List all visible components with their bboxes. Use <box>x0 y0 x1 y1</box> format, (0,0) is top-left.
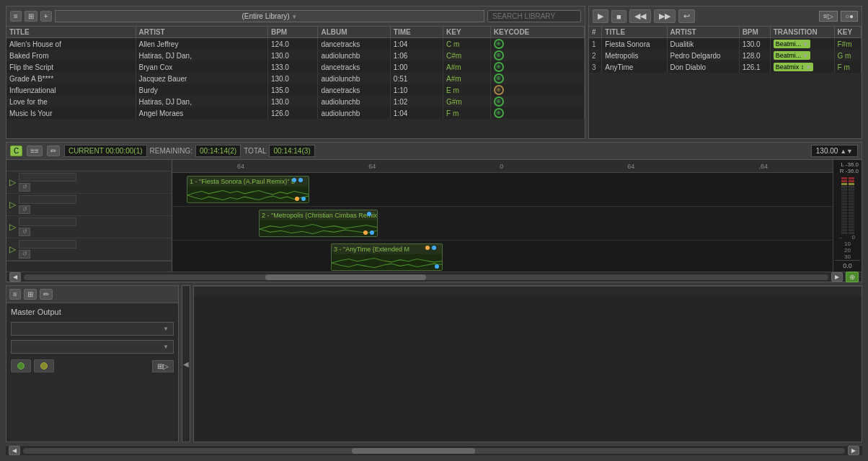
prev-button[interactable]: ◀◀ <box>629 9 651 23</box>
dot-7 <box>370 230 374 235</box>
vu-segment <box>849 192 854 194</box>
library-track-row[interactable]: Influenzational Burdy 135.0 dancetracks … <box>6 84 585 96</box>
bottom-scrollbar-thumb[interactable] <box>352 448 475 454</box>
horizontal-scrollbar[interactable] <box>24 274 828 280</box>
master-side-btn[interactable]: ⊞▷ <box>152 360 174 372</box>
timeline-toolbar: C ≡≡ ✏ CURRENT 00:00:00(1) REMAINING: 00… <box>6 143 862 160</box>
pl-track-num: 3 <box>589 61 602 73</box>
track-icon-4: ▷ <box>9 244 16 254</box>
track-title: Allen's House of <box>6 38 136 50</box>
vu-segment <box>849 220 854 223</box>
col-bpm[interactable]: BPM <box>267 27 318 38</box>
vu-segment <box>849 197 854 200</box>
track-2-record-btn[interactable]: ↺ <box>19 205 30 214</box>
stop-button[interactable]: ■ <box>611 10 626 23</box>
search-input[interactable] <box>487 10 581 22</box>
add-track-button[interactable]: + <box>40 11 52 22</box>
library-track-row[interactable]: Music Is Your Angel Moraes 126.0 audiolu… <box>6 107 585 119</box>
return-button[interactable]: ↩ <box>678 9 695 23</box>
master-dropdown-2[interactable]: ▼ <box>11 340 174 354</box>
vu-segment <box>849 215 854 217</box>
library-track-row[interactable]: Flip the Script Bryan Cox 133.0 dancetra… <box>6 61 585 73</box>
bottom-horizontal-scrollbar[interactable] <box>23 448 845 454</box>
next-button[interactable]: ▶▶ <box>654 9 676 23</box>
track-1-btns: ↺ <box>19 183 169 192</box>
scroll-left-button[interactable]: ◀ <box>9 272 21 282</box>
track-key: C#m <box>443 50 491 61</box>
timeline-icon-btn-1[interactable]: C <box>10 146 22 156</box>
pl-col-key[interactable]: KEY <box>834 27 861 38</box>
track-keycode: ⊕ <box>490 84 584 96</box>
vu-segment <box>841 186 847 188</box>
master-dropdown-1[interactable]: ▼ <box>11 322 174 336</box>
track-1-record-btn[interactable]: ↺ <box>19 183 30 192</box>
empty-panel <box>193 285 862 442</box>
track-title: Grade A B**** <box>6 73 136 84</box>
timeline-icon-btn-2[interactable]: ≡≡ <box>27 146 43 156</box>
master-ctrl-2[interactable] <box>34 359 54 372</box>
col-title[interactable]: TITLE <box>6 27 136 38</box>
library-track-row[interactable]: Baked From Hatiras, DJ Dan, 130.0 audiol… <box>6 50 585 61</box>
track-title: Love for the <box>6 96 136 107</box>
vu-segment <box>849 180 854 182</box>
timeline-icon-btn-3[interactable]: ✏ <box>47 146 60 156</box>
playlist-track-row[interactable]: 2 Metropolis Pedro Delgardo 128.0 Beatmi… <box>589 50 862 61</box>
master-edit-btn[interactable]: ✏ <box>40 289 53 300</box>
library-track-row[interactable]: Grade A B**** Jacquez Bauer 130.0 audiol… <box>6 73 585 84</box>
track-title: Influenzational <box>6 84 136 96</box>
wave-block-2[interactable]: 2 - "Metropolis (Christian Cimbas Remix)… <box>259 210 378 237</box>
master-ctrl-1[interactable] <box>11 359 31 372</box>
bottom-scroll-left[interactable]: ◀ <box>9 446 20 455</box>
dot-2 <box>298 178 303 182</box>
library-panel: ≡ ⊞ + (Entire Library) ▼ TITLE ARTIST BP… <box>6 6 585 139</box>
pl-col-num[interactable]: # <box>589 27 602 38</box>
library-track-row[interactable]: Allen's House of Allen Jeffrey 124.0 dan… <box>6 38 585 50</box>
library-track-row[interactable]: Love for the Hatiras, DJ Dan, 130.0 audi… <box>6 96 585 107</box>
vu-segment <box>849 223 854 225</box>
wave-block-1[interactable]: 1 - "Fiesta Sonora (A.Paul Remix)" b <box>187 176 309 203</box>
vu-left-label: L -36.0 <box>835 161 860 168</box>
master-list-btn[interactable]: ≡ <box>9 289 21 300</box>
vu-segment <box>849 212 854 214</box>
pl-track-title: AnyTime <box>602 61 667 73</box>
pl-col-bpm[interactable]: BPM <box>739 27 770 38</box>
wave-label-2: 2 - "Metropolis (Christian Cimbas Remix)… <box>260 210 377 220</box>
playlist-track-row[interactable]: 1 Fiesta Sonora Dualitik 130.0 Beatmi...… <box>589 38 862 50</box>
connect-button-2[interactable]: ○● <box>841 11 858 22</box>
col-key[interactable]: KEY <box>443 27 491 38</box>
dropdown-arrow-icon: ▼ <box>291 14 297 20</box>
timeline-tracks[interactable]: 64 64 0 64 ,64 1 - "Fiesta Sonora (A.Pau… <box>172 160 833 272</box>
col-keycode[interactable]: KEYCODE <box>490 27 584 38</box>
vu-segment <box>849 218 854 220</box>
bottom-scroll-right[interactable]: ▶ <box>848 446 859 455</box>
wave-block-3[interactable]: 3 - "AnyTime (Extended M <box>331 243 443 271</box>
zoom-button[interactable]: ⊕ <box>846 272 859 282</box>
scrollbar-thumb[interactable] <box>265 274 426 280</box>
dot-3 <box>295 197 299 201</box>
pl-col-title[interactable]: TITLE <box>602 27 667 38</box>
library-dropdown[interactable]: (Entire Library) ▼ <box>55 10 484 22</box>
track-4-record-btn[interactable]: ↺ <box>19 250 30 259</box>
vu-segment <box>849 177 854 179</box>
connect-button-1[interactable]: ≡▷ <box>819 11 838 22</box>
pl-col-transition[interactable]: TRANSITION <box>770 27 834 38</box>
track-keycode: ⊕ <box>490 38 584 50</box>
timeline-ruler: 64 64 0 64 ,64 <box>172 160 833 173</box>
track-3-record-btn[interactable]: ↺ <box>19 228 30 236</box>
grid-view-button[interactable]: ⊞ <box>25 11 37 22</box>
total-label: TOTAL <box>244 147 266 155</box>
scroll-right-button[interactable]: ▶ <box>831 272 843 282</box>
playlist-panel: ▶ ■ ◀◀ ▶▶ ↩ ≡▷ ○● # TITLE ARTIST BPM <box>588 6 862 139</box>
col-artist[interactable]: ARTIST <box>136 27 267 38</box>
pl-col-artist[interactable]: ARTIST <box>667 27 739 38</box>
vu-segment <box>849 226 854 228</box>
vu-right-label: R -36.0 <box>835 168 860 174</box>
play-button[interactable]: ▶ <box>593 9 608 23</box>
col-album[interactable]: ALBUM <box>318 27 390 38</box>
track-artist: Jacquez Bauer <box>136 73 267 84</box>
col-time[interactable]: TIME <box>390 27 443 38</box>
master-grid-btn[interactable]: ⊞ <box>24 289 37 300</box>
playlist-track-row[interactable]: 3 AnyTime Don Diablo 126.1 Beatmix ↕ ▼ F… <box>589 61 862 73</box>
collapse-button[interactable]: ◀ <box>182 285 190 442</box>
list-view-button[interactable]: ≡ <box>10 11 22 22</box>
